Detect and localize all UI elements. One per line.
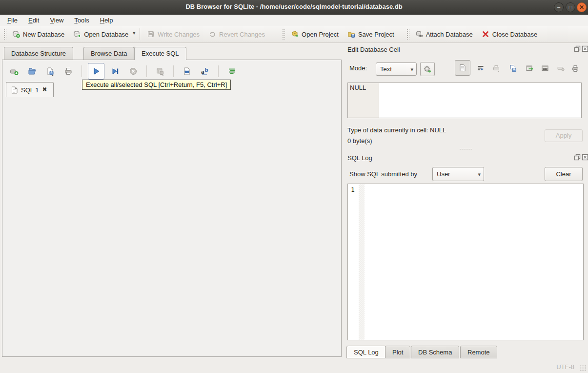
cell-editor-margin: NULL xyxy=(348,83,379,118)
toolbar-separator xyxy=(218,65,219,77)
tab-plot[interactable]: Plot xyxy=(385,346,410,358)
dock-float-icon[interactable] xyxy=(574,45,581,52)
sql-file-tab[interactable]: SQL 1 xyxy=(6,82,54,97)
write-changes-icon xyxy=(147,30,155,38)
toolbar-drag-handle[interactable] xyxy=(3,29,6,40)
save-project-button[interactable]: Save Project xyxy=(343,27,399,41)
titlebar: DB Browser for SQLite - /home/user/code/… xyxy=(0,0,588,15)
toolbar-drag-handle[interactable] xyxy=(282,29,285,40)
dock-close-icon[interactable] xyxy=(582,154,588,161)
open-database-dropdown-icon[interactable] xyxy=(133,32,137,37)
apply-button: Apply xyxy=(545,129,583,142)
toolbar-drag-handle[interactable] xyxy=(406,29,409,40)
menu-edit[interactable]: Edit xyxy=(23,16,44,25)
new-database-label: New Database xyxy=(23,31,64,38)
open-sql-new-tab-button[interactable] xyxy=(7,64,21,79)
clear-log-button[interactable]: Clear xyxy=(545,167,583,181)
toolbar-separator xyxy=(173,65,174,77)
tab-db-schema[interactable]: DB Schema xyxy=(411,346,459,358)
open-sql-file-button[interactable] xyxy=(25,64,40,79)
svg-text:b: b xyxy=(205,67,208,73)
new-database-button[interactable]: New Database xyxy=(8,27,69,41)
attach-database-button[interactable]: Attach Database xyxy=(411,27,477,41)
sql-tab-label: SQL 1 xyxy=(21,86,39,94)
log-filter-select[interactable]: User xyxy=(432,167,484,181)
menu-tools[interactable]: Tools xyxy=(69,16,94,25)
find-button[interactable] xyxy=(180,64,194,79)
menu-file[interactable]: File xyxy=(2,16,23,25)
dock-close-icon[interactable] xyxy=(582,45,588,52)
close-database-icon xyxy=(482,30,489,38)
mode-label: Mode: xyxy=(349,64,367,72)
execute-current-line-button[interactable] xyxy=(108,64,122,79)
print-cell-button[interactable] xyxy=(569,62,582,75)
replace-button[interactable]: ab xyxy=(198,64,212,79)
dock-float-icon[interactable] xyxy=(574,154,581,161)
menu-help[interactable]: Help xyxy=(95,16,119,25)
save-results-button xyxy=(153,64,167,79)
svg-text:a: a xyxy=(201,69,204,75)
dock-splitter[interactable] xyxy=(347,148,584,150)
import-cell-data-button[interactable] xyxy=(507,62,519,75)
stop-execution-button xyxy=(126,64,141,79)
open-project-button[interactable]: Open Project xyxy=(286,27,343,41)
minimize-icon[interactable] xyxy=(554,2,564,12)
save-results-icon xyxy=(156,67,164,76)
cell-size-info: 0 byte(s) xyxy=(347,137,372,145)
tab-remote[interactable]: Remote xyxy=(460,346,497,358)
export-data-icon xyxy=(526,64,533,72)
tab-sql-log[interactable]: SQL Log xyxy=(346,346,386,358)
auto-switch-mode-button[interactable] xyxy=(420,62,435,76)
open-file-icon xyxy=(28,67,37,76)
open-project-icon xyxy=(291,30,299,38)
word-wrap-button[interactable] xyxy=(474,62,487,75)
save-sql-file-button[interactable] xyxy=(43,64,58,79)
cell-editor[interactable]: NULL xyxy=(347,83,582,118)
splitter-dots xyxy=(459,148,472,150)
word-wrap-icon xyxy=(477,64,485,72)
log-filter-value: User xyxy=(437,170,450,178)
new-tab-icon xyxy=(10,67,19,76)
tab-database-structure[interactable]: Database Structure xyxy=(4,47,73,60)
find-icon xyxy=(182,67,191,76)
text-mode-button[interactable] xyxy=(455,60,470,76)
gear-go-icon xyxy=(423,65,432,74)
sql-log-dock-title: SQL Log xyxy=(347,154,372,162)
close-window-icon[interactable] xyxy=(577,2,587,12)
import-data-icon xyxy=(509,64,517,72)
printer-icon xyxy=(571,64,579,72)
execute-sql-button[interactable] xyxy=(88,63,104,80)
open-project-label: Open Project xyxy=(302,31,339,38)
printer-icon xyxy=(64,67,73,76)
close-tab-icon[interactable] xyxy=(42,87,48,93)
revert-changes-label: Revert Changes xyxy=(219,31,265,38)
open-database-button[interactable]: Open Database xyxy=(69,27,133,41)
toolbar-separator xyxy=(140,28,140,40)
open-file-in-cell-button xyxy=(490,62,503,75)
sql-log-view[interactable]: 1 xyxy=(347,184,584,340)
cell-value: NULL xyxy=(350,84,366,91)
attach-database-label: Attach Database xyxy=(426,31,473,38)
log-line-number: 1 xyxy=(351,186,355,193)
export-cell-data-button[interactable] xyxy=(523,62,536,75)
play-to-line-icon xyxy=(111,67,120,76)
menu-view[interactable]: View xyxy=(44,16,69,25)
close-database-button[interactable]: Close Database xyxy=(477,27,542,41)
play-icon xyxy=(92,67,101,76)
print-sql-button[interactable] xyxy=(61,64,76,79)
stop-icon xyxy=(129,67,138,76)
maximize-icon[interactable] xyxy=(566,2,575,12)
open-url-button[interactable] xyxy=(539,62,551,75)
open-database-label: Open Database xyxy=(84,31,128,38)
revert-changes-icon xyxy=(208,30,216,38)
mode-select[interactable]: Text xyxy=(376,62,417,76)
tab-browse-data[interactable]: Browse Data xyxy=(83,47,134,60)
document-icon xyxy=(11,86,18,94)
format-sql-button[interactable] xyxy=(224,64,239,79)
close-database-label: Close Database xyxy=(492,31,538,38)
execute-sql-pane xyxy=(2,60,342,357)
save-project-icon xyxy=(347,30,355,38)
window-title: DB Browser for SQLite - /home/user/code/… xyxy=(0,3,588,10)
resize-grip[interactable] xyxy=(580,365,587,372)
tab-execute-sql[interactable]: Execute SQL xyxy=(134,47,186,60)
